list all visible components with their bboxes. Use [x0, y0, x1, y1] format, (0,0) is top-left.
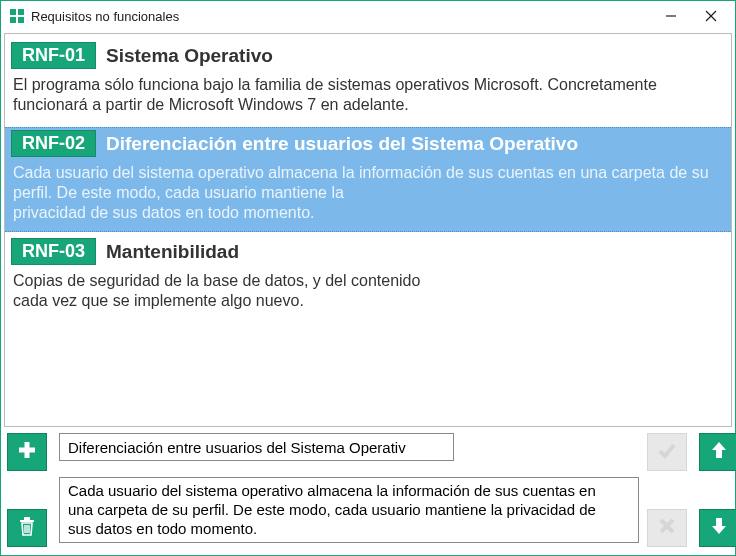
- minimize-button[interactable]: [651, 2, 691, 30]
- req-id-tag: RNF-03: [11, 238, 96, 265]
- req-id-tag: RNF-01: [11, 42, 96, 69]
- svg-rect-10: [20, 520, 34, 522]
- req-body: El programa sólo funciona bajo la famili…: [5, 71, 731, 123]
- svg-line-5: [706, 11, 716, 21]
- req-body: Copias de seguridad de la base de datos,…: [5, 267, 731, 319]
- app-window: Requisitos no funcionales RNF-01 Sistema…: [0, 0, 736, 556]
- add-button[interactable]: [7, 433, 47, 471]
- x-icon: [658, 517, 676, 539]
- list-item[interactable]: RNF-02 Diferenciación entre usuarios del…: [5, 127, 731, 232]
- req-title: Sistema Operativo: [106, 45, 273, 67]
- title-input[interactable]: [59, 433, 454, 461]
- svg-rect-0: [10, 9, 16, 15]
- close-button[interactable]: [691, 2, 731, 30]
- plus-icon: [16, 439, 38, 465]
- svg-rect-3: [18, 17, 24, 23]
- move-up-button[interactable]: [699, 433, 736, 471]
- svg-rect-11: [24, 517, 30, 520]
- requirements-list[interactable]: RNF-01 Sistema Operativo El programa sól…: [4, 33, 732, 427]
- move-down-button[interactable]: [699, 509, 736, 547]
- list-item[interactable]: RNF-03 Mantenibilidad Copias de segurida…: [5, 236, 731, 319]
- window-title: Requisitos no funcionales: [31, 9, 179, 24]
- cancel-button[interactable]: [647, 509, 687, 547]
- arrow-up-icon: [710, 440, 728, 464]
- body-textarea[interactable]: [59, 477, 639, 543]
- svg-marker-9: [712, 442, 726, 458]
- req-body: Cada usuario del sistema operativo almac…: [5, 159, 731, 232]
- svg-marker-17: [712, 518, 726, 534]
- req-title: Mantenibilidad: [106, 241, 239, 263]
- svg-line-6: [706, 11, 716, 21]
- editor-toolbar: [1, 427, 735, 555]
- arrow-down-icon: [710, 516, 728, 540]
- titlebar: Requisitos no funcionales: [1, 1, 735, 31]
- trash-icon: [17, 515, 37, 541]
- check-icon: [657, 440, 677, 464]
- list-item[interactable]: RNF-01 Sistema Operativo El programa sól…: [5, 40, 731, 123]
- confirm-button[interactable]: [647, 433, 687, 471]
- svg-rect-1: [18, 9, 24, 15]
- svg-rect-2: [10, 17, 16, 23]
- delete-button[interactable]: [7, 509, 47, 547]
- req-id-tag: RNF-02: [11, 130, 96, 157]
- app-icon: [9, 8, 25, 24]
- req-title: Diferenciación entre usuarios del Sistem…: [106, 133, 578, 155]
